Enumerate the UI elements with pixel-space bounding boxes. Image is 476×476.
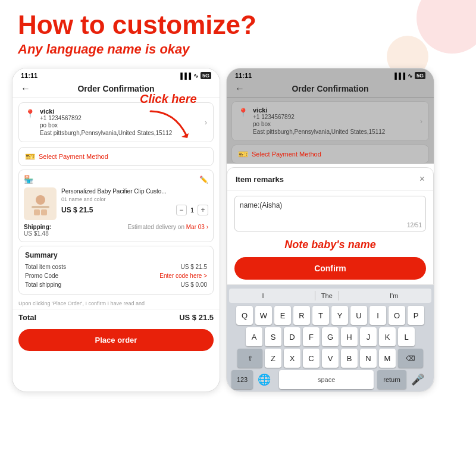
phone-right: 11:11 ▐▐▐ ∿ 5G ← Order Confirmation 📍 vi… (226, 68, 434, 392)
right-phone-top: 11:11 ▐▐▐ ∿ 5G ← Order Confirmation 📍 vi… (227, 68, 434, 164)
right-nav-title: Order Confirmation (292, 84, 368, 93)
kb-numbers[interactable]: 123 (231, 370, 253, 389)
kb-t[interactable]: T (312, 306, 329, 325)
kb-b[interactable]: B (341, 349, 358, 368)
promo-value: Enter code here > (159, 273, 207, 279)
shipping-value-sum: US $ 0.00 (181, 281, 207, 288)
kb-p[interactable]: P (408, 306, 424, 325)
kb-c[interactable]: C (303, 349, 320, 368)
right-address-pobox: po box (253, 120, 415, 128)
kb-v[interactable]: V (322, 349, 339, 368)
address-arrow-icon: › (205, 118, 207, 127)
kb-suggest-i[interactable]: I (256, 291, 270, 300)
kb-a[interactable]: A (246, 327, 262, 346)
right-address-phone: +1 1234567892 (253, 114, 415, 120)
location-icon: 📍 (25, 109, 35, 118)
kb-w[interactable]: W (255, 306, 272, 325)
kb-m[interactable]: M (379, 349, 396, 368)
product-info: Personalized Baby Pacifier Clip Custo...… (61, 187, 208, 215)
qty-minus[interactable]: − (176, 205, 187, 215)
kb-n[interactable]: N (360, 349, 377, 368)
sub-title: Any language name is okay (18, 42, 458, 57)
remarks-input-area[interactable]: name:(Aisha) 12/51 (234, 196, 426, 231)
right-address-arrow: › (420, 117, 422, 126)
right-address-content: vicki +1 1234567892 po box East pittsbur… (253, 107, 415, 136)
item-costs-value: US $ 21.5 (181, 264, 207, 270)
kb-shift[interactable]: ⇧ (237, 349, 262, 368)
product-price: US $ 21.5 (61, 206, 93, 214)
shipping-row: Shipping: US $1.48 Estimated delivery on… (24, 224, 208, 237)
kb-row-3: ⇧ Z X C V B N M ⌫ (229, 349, 431, 368)
summary-shipping: Total shipping US $ 0.00 (25, 280, 207, 289)
right-back-button[interactable]: ← (235, 83, 245, 94)
remarks-input-text: name:(Aisha) (240, 201, 421, 209)
battery-icon: 5G (201, 72, 211, 79)
kb-l[interactable]: L (398, 327, 415, 346)
right-address-block: 📍 vicki +1 1234567892 po box East pittsb… (231, 101, 429, 141)
kb-y[interactable]: Y (331, 306, 348, 325)
shipping-label-sum: Total shipping (25, 281, 61, 288)
summary-block: Summary Total item costs US $ 21.5 Promo… (18, 246, 214, 295)
left-payment-label: Select Payment Method (39, 153, 108, 160)
remarks-close-button[interactable]: × (419, 174, 425, 184)
product-image (24, 187, 57, 220)
remarks-title: Item remarks (236, 175, 284, 184)
kb-q[interactable]: Q (236, 306, 253, 325)
kb-return[interactable]: return (377, 370, 406, 389)
kb-r[interactable]: R (293, 306, 310, 325)
svg-rect-3 (34, 209, 40, 215)
kb-g[interactable]: G (322, 327, 339, 346)
kb-suggest-the[interactable]: The (315, 291, 339, 300)
right-battery-icon: 5G (415, 72, 425, 79)
shipping-value: US $1.48 (24, 230, 49, 237)
kb-j[interactable]: J (360, 327, 377, 346)
place-order-button[interactable]: Place order (18, 329, 214, 351)
kb-bottom-row: 123 🌐 space return 🎤 (229, 370, 431, 389)
kb-e[interactable]: E (274, 306, 291, 325)
remarks-header: Item remarks × (227, 168, 433, 191)
kb-z[interactable]: Z (265, 349, 281, 368)
kb-delete[interactable]: ⌫ (398, 349, 423, 368)
left-back-button[interactable]: ← (21, 83, 30, 94)
delivery-info: Estimated delivery on Mar 03 › (127, 224, 208, 237)
product-header: 🏪 ✏️ (24, 175, 208, 184)
edit-icon[interactable]: ✏️ (199, 176, 208, 184)
annotation-area: Click here (140, 92, 197, 138)
kb-s[interactable]: S (265, 327, 281, 346)
right-payment-icon: 🎫 (238, 149, 248, 159)
qty-plus[interactable]: + (198, 205, 208, 215)
product-name: Personalized Baby Pacifier Clip Custo... (61, 187, 208, 195)
product-row: Personalized Baby Pacifier Clip Custo...… (24, 187, 208, 220)
kb-globe-icon[interactable]: 🌐 (253, 371, 275, 389)
right-time: 11:11 (235, 72, 252, 79)
left-product-block: 🏪 ✏️ Personalized Baby Pacifier Clip Cus… (18, 170, 214, 242)
summary-title: Summary (25, 251, 207, 259)
svg-rect-4 (41, 209, 47, 215)
qty-value: 1 (190, 206, 194, 214)
kb-x[interactable]: X (284, 349, 300, 368)
promo-label: Promo Code (25, 273, 58, 279)
store-icon: 🏪 (24, 175, 33, 184)
total-row: Total US $ 21.5 (12, 309, 220, 325)
total-label: Total (18, 313, 36, 322)
kb-u[interactable]: U (350, 306, 367, 325)
kb-space[interactable]: space (279, 370, 374, 389)
left-payment-row[interactable]: 🎫 Select Payment Method (18, 147, 214, 166)
kb-suggest-im[interactable]: I'm (384, 291, 404, 300)
kb-mic-icon[interactable]: 🎤 (406, 371, 429, 389)
kb-f[interactable]: F (303, 327, 320, 346)
summary-promo[interactable]: Promo Code Enter code here > (25, 271, 207, 280)
kb-o[interactable]: O (389, 306, 405, 325)
note-label: Note baby's name (227, 236, 433, 255)
kb-d[interactable]: D (284, 327, 300, 346)
phones-container: 11:11 ▐▐▐ ∿ 5G ← Order Confirmation 📍 vi… (0, 62, 476, 392)
kb-i[interactable]: I (369, 306, 386, 325)
summary-item-costs: Total item costs US $ 21.5 (25, 262, 207, 271)
right-address-name: vicki (253, 107, 415, 114)
confirm-button[interactable]: Confirm (234, 257, 426, 280)
qty-control[interactable]: − 1 + (176, 205, 208, 215)
kb-h[interactable]: H (341, 327, 358, 346)
click-here-label: Click here (140, 92, 197, 106)
kb-k[interactable]: K (379, 327, 396, 346)
left-status-bar: 11:11 ▐▐▐ ∿ 5G (12, 68, 220, 80)
